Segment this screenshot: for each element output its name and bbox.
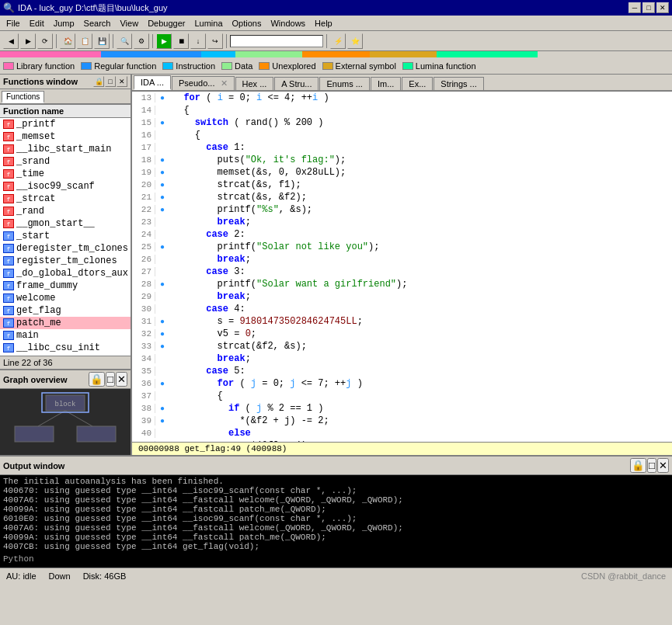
code-line-38[interactable]: 38 ● if ( j % 2 == 1 ) <box>132 402 672 415</box>
toolbar-btn-1[interactable]: ◀ <box>3 33 19 49</box>
code-line-21[interactable]: 21 ● strcat(&s, &f2); <box>132 191 672 203</box>
output-float-btn[interactable]: □ <box>647 458 656 473</box>
debugger-selector[interactable]: No debugger <box>230 35 323 47</box>
code-line-31[interactable]: 31 ● s = 9180147350284624745LL; <box>132 315 672 328</box>
code-line-18[interactable]: 18 ● puts("Ok, it's flag:"); <box>132 154 672 166</box>
minimize-button[interactable]: ─ <box>628 2 641 13</box>
func-item-deregister[interactable]: f deregister_tm_clones <box>0 242 131 255</box>
func-item-register[interactable]: f register_tm_clones <box>0 255 131 267</box>
menu-file[interactable]: File <box>2 17 25 30</box>
code-content-18: puts("Ok, it's flag:"); <box>169 155 346 165</box>
code-line-16[interactable]: 16 { <box>132 129 672 141</box>
code-line-33[interactable]: 33 ● strcat(&f2, &s); <box>132 340 672 352</box>
func-item-main[interactable]: f main <box>0 329 131 342</box>
toolbar-btn-8[interactable]: ⚡ <box>330 33 346 49</box>
func-item-welcome[interactable]: f welcome <box>0 292 131 304</box>
func-item-start[interactable]: f _start <box>0 230 131 242</box>
code-line-37[interactable]: 37 { <box>132 390 672 402</box>
func-item-gmon[interactable]: f __gmon_start__ <box>0 217 131 230</box>
func-item-printf[interactable]: f _printf <box>0 118 131 130</box>
tab-strings[interactable]: Strings ... <box>433 77 483 90</box>
code-area[interactable]: 13 ● for ( i = 0; i <= 4; ++i ) 14 { 15 … <box>132 92 672 442</box>
code-line-23[interactable]: 23 break; <box>132 216 672 228</box>
fw-lock-btn[interactable]: 🔒 <box>93 76 104 87</box>
menu-windows[interactable]: Windows <box>266 17 310 30</box>
func-item-scanf[interactable]: f __isoc99_scanf <box>0 180 131 193</box>
code-line-29[interactable]: 29 break; <box>132 290 672 303</box>
code-line-14[interactable]: 14 { <box>132 104 672 116</box>
line-num-25: 25 <box>132 242 155 252</box>
maximize-button[interactable]: □ <box>642 2 655 13</box>
addr-bar: 00000988 get_flag:49 (400988) <box>132 442 672 455</box>
close-button[interactable]: ✕ <box>656 2 669 13</box>
code-line-40[interactable]: 40 else <box>132 427 672 439</box>
code-line-22[interactable]: 22 ● printf("%s", &s); <box>132 203 672 216</box>
tab-pseudo-close[interactable]: ✕ <box>221 78 228 88</box>
func-item-dtors[interactable]: f _do_global_dtors_aux <box>0 267 131 280</box>
func-item-frame[interactable]: f frame_dummy <box>0 280 131 292</box>
code-line-30[interactable]: 30 case 4: <box>132 303 672 315</box>
code-line-26[interactable]: 26 break; <box>132 253 672 266</box>
toolbar-step[interactable]: ↓ <box>190 33 206 49</box>
toolbar-btn-6[interactable]: 💾 <box>94 33 110 49</box>
tab-functions[interactable]: Functions <box>2 91 44 103</box>
graph-lock-btn[interactable]: 🔒 <box>89 372 105 387</box>
toolbar-over[interactable]: ↪ <box>207 33 223 49</box>
func-item-csu-init[interactable]: f __libc_csu_init <box>0 342 131 354</box>
tab-ida[interactable]: IDA ... <box>134 75 171 90</box>
code-line-39[interactable]: 39 ● *(&f2 + j) -= 2; <box>132 415 672 427</box>
func-item-memset[interactable]: f _memset <box>0 130 131 143</box>
toolbar-btn-3[interactable]: ⟳ <box>37 33 53 49</box>
code-line-13[interactable]: 13 ● for ( i = 0; i <= 4; ++i ) <box>132 92 672 104</box>
func-item-libc-start[interactable]: f __libc_start_main <box>0 143 131 155</box>
menu-lumina[interactable]: Lumina <box>190 17 227 30</box>
code-line-32[interactable]: 32 ● v5 = 0; <box>132 328 672 340</box>
menu-jump[interactable]: Jump <box>49 17 79 30</box>
graph-close-btn[interactable]: ✕ <box>116 372 127 387</box>
fw-float-btn[interactable]: □ <box>105 76 116 87</box>
toolbar-btn-9[interactable]: ⭐ <box>347 33 363 49</box>
code-line-28[interactable]: 28 ● printf("Solar want a girlfriend"); <box>132 278 672 290</box>
func-item-rand[interactable]: f _rand <box>0 205 131 217</box>
output-content[interactable]: The initial autoanalysis has been finish… <box>0 475 672 568</box>
code-line-17[interactable]: 17 case 1: <box>132 141 672 154</box>
func-item-srand[interactable]: f _srand <box>0 155 131 168</box>
tab-hex[interactable]: Hex ... <box>235 77 274 90</box>
code-line-19[interactable]: 19 ● memset(&s, 0, 0x28uLL); <box>132 166 672 179</box>
output-lock-btn[interactable]: 🔒 <box>630 458 646 473</box>
toolbar-btn-2[interactable]: ▶ <box>20 33 36 49</box>
tab-imports[interactable]: Im... <box>371 77 401 90</box>
func-item-getflag[interactable]: f get_flag <box>0 304 131 317</box>
toolbar-stop[interactable]: ⏹ <box>173 33 189 49</box>
toolbar-btn-7[interactable]: ⚙ <box>134 33 149 49</box>
graph-float-btn[interactable]: □ <box>106 372 115 387</box>
code-line-34[interactable]: 34 break; <box>132 352 672 365</box>
code-line-35[interactable]: 35 case 5: <box>132 365 672 377</box>
code-line-25[interactable]: 25 ● printf("Solar not like you"); <box>132 241 672 253</box>
code-line-36[interactable]: 36 ● for ( j = 0; j <= 7; ++j ) <box>132 377 672 390</box>
func-item-strcat[interactable]: f _strcat <box>0 193 131 205</box>
tab-enums[interactable]: Enums ... <box>319 77 369 90</box>
func-item-time[interactable]: f _time <box>0 168 131 180</box>
tab-pseudo[interactable]: Pseudo... ✕ <box>172 76 235 90</box>
menu-edit[interactable]: Edit <box>25 17 49 30</box>
tab-structs[interactable]: A Stru... <box>274 77 319 90</box>
func-item-patchme[interactable]: f patch_me <box>0 317 131 329</box>
code-line-15[interactable]: 15 ● switch ( rand() % 200 ) <box>132 116 672 129</box>
code-line-20[interactable]: 20 ● strcat(&s, f1); <box>132 179 672 191</box>
toolbar-run[interactable]: ▶ <box>156 33 172 49</box>
output-python-label: Python <box>3 554 669 564</box>
output-close-btn[interactable]: ✕ <box>657 458 669 473</box>
toolbar-btn-5[interactable]: 📋 <box>77 33 92 49</box>
code-line-24[interactable]: 24 case 2: <box>132 228 672 241</box>
fw-close-btn[interactable]: ✕ <box>117 76 127 87</box>
code-line-27[interactable]: 27 case 3: <box>132 266 672 278</box>
toolbar-btn-4[interactable]: 🏠 <box>60 33 75 49</box>
menu-help[interactable]: Help <box>310 17 337 30</box>
menu-options[interactable]: Options <box>228 17 266 30</box>
menu-debugger[interactable]: Debugger <box>143 17 190 30</box>
toolbar-btn-search[interactable]: 🔍 <box>117 33 132 49</box>
menu-view[interactable]: View <box>115 17 143 30</box>
menu-search[interactable]: Search <box>79 17 116 30</box>
tab-exports[interactable]: Ex... <box>402 77 433 90</box>
